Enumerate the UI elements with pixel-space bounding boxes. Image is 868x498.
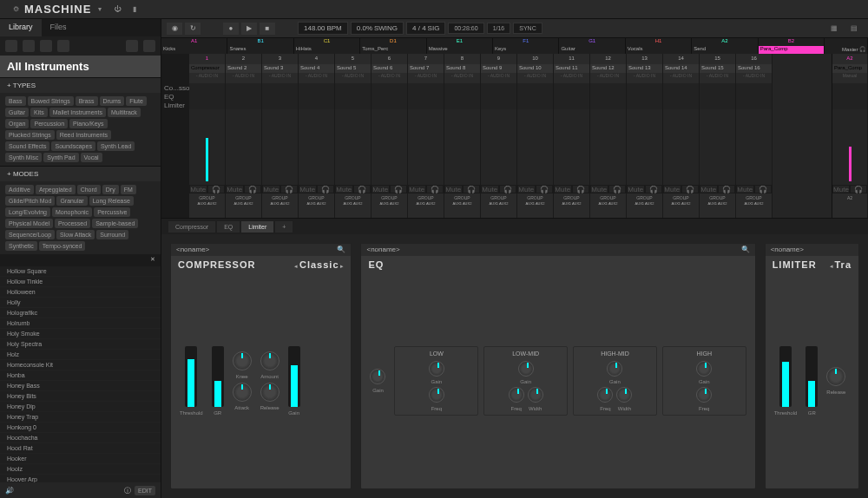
list-item[interactable]: Holloween xyxy=(0,287,161,298)
type-tag[interactable]: Kits xyxy=(30,108,48,117)
mode-tag[interactable]: Slow Attack xyxy=(56,230,95,239)
list-item[interactable]: Homeconsole Kit xyxy=(0,360,161,370)
type-tag[interactable]: Synth Pad xyxy=(43,153,78,162)
group-H1[interactable]: H1Vocals xyxy=(626,38,692,54)
amount-knob[interactable] xyxy=(260,351,279,370)
view-icon[interactable]: ▤ xyxy=(847,22,861,36)
type-tag[interactable]: Piano/Keys xyxy=(69,119,107,128)
group-A1[interactable]: A1Kicks xyxy=(161,38,227,54)
prehear-icon[interactable]: 🔊 xyxy=(5,487,14,495)
group-B1[interactable]: B1Snares xyxy=(227,38,293,54)
midi-icon[interactable]: ▦ xyxy=(827,22,841,36)
list-item[interactable]: Hood Rat xyxy=(0,443,161,454)
list-item[interactable]: Holly xyxy=(0,298,161,308)
list-item[interactable]: Holrumb xyxy=(0,318,161,329)
list-item[interactable]: Hoolz xyxy=(0,464,161,475)
freq-knob[interactable] xyxy=(509,387,524,403)
master-group[interactable]: Master 🎧 xyxy=(825,38,868,54)
eq-gain-knob[interactable] xyxy=(370,369,385,384)
list-item[interactable]: Hoover Arp xyxy=(0,475,161,482)
favorite-icon[interactable] xyxy=(126,40,138,52)
group-D1[interactable]: D1Toms_Perc xyxy=(360,38,426,54)
type-tag[interactable]: Bowed Strings xyxy=(28,96,74,106)
fx-tab-limiter[interactable]: Limiter xyxy=(241,221,273,233)
type-tag[interactable]: Guitar xyxy=(5,108,29,117)
type-tag[interactable]: Organ xyxy=(5,119,29,128)
list-item[interactable]: Honey Dip xyxy=(0,402,161,412)
filter-icon-1[interactable] xyxy=(5,40,17,52)
mode-tag[interactable]: Tempo-synced xyxy=(39,241,86,251)
mode-tag[interactable]: FM xyxy=(121,185,136,194)
mode-tag[interactable]: Glide/Pitch Mod xyxy=(5,196,55,206)
tab-files[interactable]: Files xyxy=(42,19,76,36)
filter-icon-3[interactable] xyxy=(40,40,52,52)
list-item[interactable]: Holografikc xyxy=(0,308,161,318)
group-A2[interactable]: A2Send xyxy=(692,38,758,54)
mode-tag[interactable]: Long Release xyxy=(89,196,134,206)
list-item[interactable]: Hooker xyxy=(0,454,161,464)
mode-tag[interactable]: Processed xyxy=(55,219,90,228)
list-item[interactable]: Hoochacha xyxy=(0,433,161,443)
release-knob[interactable] xyxy=(260,383,279,402)
rec-button[interactable]: ● xyxy=(223,23,239,35)
list-item[interactable]: Honey Trap xyxy=(0,412,161,423)
loop-icon[interactable]: ↻ xyxy=(185,23,201,35)
group-G1[interactable]: G1Guitar xyxy=(559,38,625,54)
info-icon[interactable]: ⓘ xyxy=(124,486,131,495)
type-tag[interactable]: Synth Misc xyxy=(5,153,42,162)
settings-icon[interactable]: ⚙ xyxy=(9,3,23,16)
group-B2[interactable]: B2Para_Comp xyxy=(759,38,825,54)
group-E1[interactable]: E1Massive xyxy=(427,38,493,54)
list-item[interactable]: Honey Bass xyxy=(0,381,161,391)
type-tag[interactable]: Drums xyxy=(100,96,125,106)
sync-button[interactable]: SYNC xyxy=(513,23,542,34)
list-item[interactable]: Holy Smoke xyxy=(0,329,161,339)
group-C1[interactable]: C1HiHats xyxy=(294,38,360,54)
user-icon[interactable] xyxy=(143,40,155,52)
type-tag[interactable]: Vocal xyxy=(81,153,102,162)
fx-tab-compressor[interactable]: Compressor xyxy=(168,221,215,233)
modes-section[interactable]: + MODES xyxy=(0,166,161,181)
type-tag[interactable]: Synth Lead xyxy=(97,141,135,151)
bars-display[interactable]: 1/16 xyxy=(487,23,511,34)
lim-release-knob[interactable] xyxy=(826,367,845,386)
list-item[interactable]: Honba xyxy=(0,370,161,381)
list-item[interactable]: Hollow Tinkle xyxy=(0,277,161,287)
fx-add-button[interactable]: + xyxy=(275,221,293,233)
mode-tag[interactable]: Granular xyxy=(56,196,87,206)
mode-tag[interactable]: Chord xyxy=(77,185,101,194)
power-icon[interactable]: ⏻ xyxy=(110,3,124,16)
headphone-icon[interactable]: 🎧 xyxy=(850,185,867,193)
list-item[interactable]: Honkong 0 xyxy=(0,423,161,433)
metronome-icon[interactable]: ◉ xyxy=(167,23,182,35)
freq-knob[interactable] xyxy=(696,387,712,403)
gain-knob[interactable] xyxy=(518,361,534,377)
knee-knob[interactable] xyxy=(233,351,252,370)
list-item[interactable]: Holy Spectra xyxy=(0,339,161,350)
attack-knob[interactable] xyxy=(233,383,252,402)
type-tag[interactable]: Bass xyxy=(5,96,26,106)
search-icon[interactable]: 🔍 xyxy=(337,246,345,253)
type-tag[interactable]: Brass xyxy=(76,96,98,106)
gain-knob[interactable] xyxy=(607,361,622,377)
mode-tag[interactable]: Synthetic xyxy=(5,241,37,251)
type-tag[interactable]: Sound Effects xyxy=(5,141,49,151)
mode-tag[interactable]: Additive xyxy=(5,185,34,194)
mode-tag[interactable]: Sequence/Loop xyxy=(5,230,55,239)
fx-tab-eq[interactable]: EQ xyxy=(217,221,240,233)
mode-tag[interactable]: Percussive xyxy=(94,207,130,217)
type-tag[interactable]: Plucked Strings xyxy=(5,130,55,140)
gain-knob[interactable] xyxy=(429,361,444,377)
mode-tag[interactable]: Arpeggiated xyxy=(36,185,76,194)
list-item[interactable]: Hollow Square xyxy=(0,266,161,277)
freq-knob[interactable] xyxy=(429,387,444,403)
threshold-slider[interactable] xyxy=(185,346,197,407)
mode-tag[interactable]: Monophonic xyxy=(52,207,92,217)
results-close[interactable]: ✕ xyxy=(0,254,161,266)
preset-list[interactable]: Hollow SquareHollow TinkleHolloweenHolly… xyxy=(0,266,161,482)
browser-header[interactable]: All Instruments xyxy=(0,56,161,77)
types-section[interactable]: + TYPES xyxy=(0,77,161,93)
mode-tag[interactable]: Physical Model xyxy=(5,219,53,228)
edit-button[interactable]: EDIT xyxy=(135,486,155,495)
cpu-icon[interactable]: ▮ xyxy=(128,3,141,16)
